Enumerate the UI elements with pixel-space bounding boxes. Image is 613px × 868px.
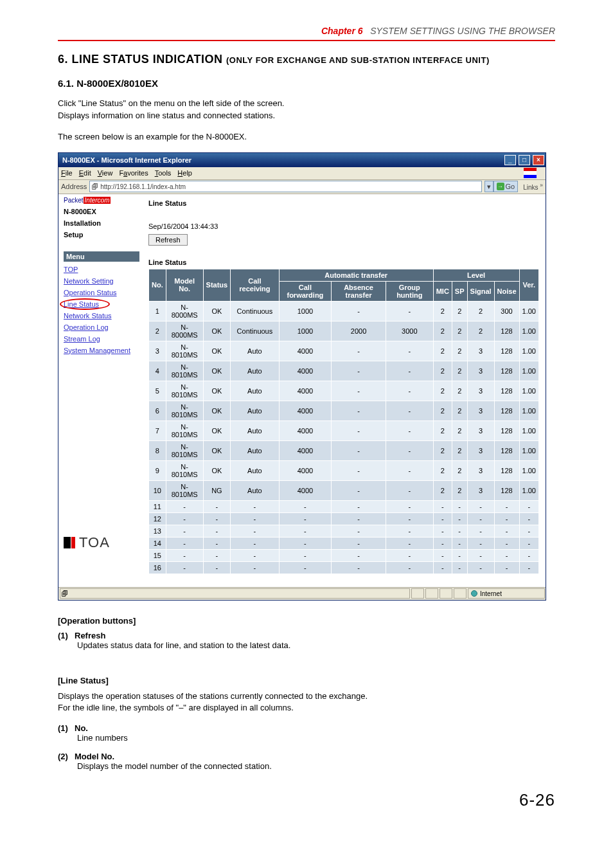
sidebar-item-stream-log[interactable]: Stream Log [64,335,139,343]
table-cell: Auto [231,460,279,480]
sidebar-item-system-management[interactable]: System Management [64,347,139,354]
ie-flag-icon [524,168,537,178]
address-input[interactable]: 🗐 http://192.168.1.1/index-a.htm [89,181,481,192]
sidebar-item-operation-status[interactable]: Operation Status [64,289,139,296]
table-cell: 1.00 [519,321,538,341]
table-cell: N-8010MS [166,381,203,401]
table-row: 1N-8000MSOKContinuous1000--2223001.00 [149,301,539,321]
table-cell: 2 [433,460,452,480]
browser-menubar: File Edit View Favorites Tools Help [58,167,546,180]
sidebar-installation: Installation [64,219,139,227]
col-group: Group hunting [386,281,433,301]
table-cell: - [433,561,452,574]
table-cell: 4 [149,361,166,381]
address-dropdown-icon[interactable]: ▾ [484,181,493,192]
table-cell: 3000 [386,321,433,341]
sidebar-item-network-status[interactable]: Network Status [64,312,139,320]
table-cell: - [452,500,467,512]
table-row: 11----------- [149,500,539,512]
table-cell: - [386,440,433,460]
browser-statusbar: 🗐 Internet [58,587,546,600]
table-cell: - [332,440,386,460]
def-no-num: (1) [58,723,75,733]
table-cell: Auto [231,341,279,361]
table-cell: - [332,561,386,574]
table-cell: - [332,525,386,537]
table-cell: - [386,301,433,321]
sidebar-item-operation-log[interactable]: Operation Log [64,323,139,331]
window-title: N-8000EX - Microsoft Internet Explorer [62,156,504,164]
menu-favorites[interactable]: Favorites [119,169,148,177]
links-button[interactable]: Links » [523,182,543,191]
table-cell: NG [203,480,231,500]
table-cell: - [279,561,332,574]
col-status: Status [203,269,231,301]
go-button[interactable]: → Go [493,181,519,192]
col-noise: Noise [494,281,519,301]
table-cell: - [332,500,386,512]
menu-help[interactable]: Help [177,169,192,177]
table-cell: 2 [433,381,452,401]
table-cell: - [494,500,519,512]
heading-num: 6. LINE STATUS INDICATION [58,53,223,66]
close-icon[interactable]: × [533,155,544,165]
table-cell: N-8010MS [166,361,203,381]
table-cell: 4000 [279,341,332,361]
table-cell: - [166,512,203,525]
table-cell: - [332,549,386,561]
table-cell: - [166,500,203,512]
status-internet: Internet [468,588,545,599]
table-cell: 2 [433,440,452,460]
table-cell: - [467,512,494,525]
table-cell: OK [203,341,231,361]
table-cell: Continuous [231,301,279,321]
table-cell: - [332,537,386,549]
col-model: Model No. [166,269,203,301]
table-cell: - [452,549,467,561]
table-cell: - [279,500,332,512]
table-cell: - [494,525,519,537]
table-cell: - [332,401,386,420]
table-cell: 2 [433,401,452,420]
toa-logo: TOA [64,534,139,551]
table-cell: - [452,512,467,525]
def-no-desc: Line numbers [77,733,555,743]
table-cell: 5 [149,381,166,401]
menu-file[interactable]: File [61,169,73,177]
table-cell: - [433,537,452,549]
table-cell: - [494,549,519,561]
table-cell: - [467,525,494,537]
sidebar-item-top[interactable]: TOP [64,266,139,273]
def-model-num: (2) [58,752,75,761]
menu-tools[interactable]: Tools [155,169,172,177]
table-row: 13----------- [149,525,539,537]
table-cell: 3 [149,341,166,361]
table-cell: 13 [149,525,166,537]
table-cell: 4000 [279,420,332,440]
table-row: 2N-8000MSOKContinuous1000200030002221281… [149,321,539,341]
menu-edit[interactable]: Edit [79,169,91,177]
table-cell: 1.00 [519,440,538,460]
refresh-button[interactable]: Refresh [148,234,188,246]
table-cell: 4000 [279,460,332,480]
table-cell: - [332,480,386,500]
menu-view[interactable]: View [98,169,113,177]
table-cell: - [332,301,386,321]
table-cell: - [332,381,386,401]
table-cell: 3 [467,460,494,480]
go-arrow-icon: → [497,183,504,190]
device-name: N-8000EX [64,208,139,215]
table-cell: - [386,361,433,381]
table-cell: - [332,341,386,361]
minimize-icon[interactable]: _ [504,155,516,165]
page-number: 6-26 [58,790,555,810]
table-cell: Auto [231,401,279,420]
maximize-icon[interactable]: □ [519,155,530,165]
sidebar-menu-header: Menu [64,251,139,262]
sidebar-item-network-setting[interactable]: Network Setting [64,277,139,285]
window-controls: _ □ × [504,155,544,165]
table-cell: OK [203,401,231,420]
highlight-ring-icon [60,298,110,310]
intro-text-2: The screen below is an example for the N… [58,131,555,143]
def-refresh-num: (1) [58,631,75,640]
